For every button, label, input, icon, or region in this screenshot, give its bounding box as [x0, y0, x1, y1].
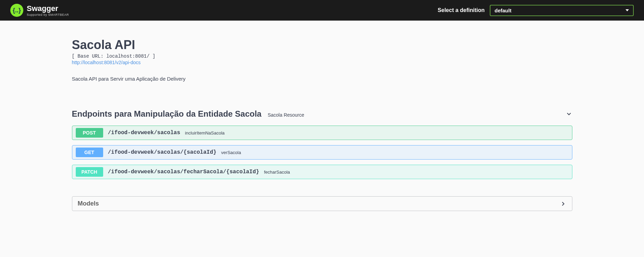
chevron-right-icon	[560, 200, 567, 207]
models-header[interactable]: Models	[72, 197, 572, 211]
topbar: {..} Swagger Supported by SMARTBEAR Sele…	[0, 0, 644, 21]
method-badge: GET	[76, 148, 103, 157]
topbar-right: Select a definition default	[438, 5, 634, 16]
logo-subtext: Supported by SMARTBEAR	[27, 13, 69, 16]
operation-patch[interactable]: PATCH /ifood-devweek/sacolas/fecharSacol…	[72, 165, 572, 179]
tag-name: Endpoints para Manipulação da Entidade S…	[72, 109, 262, 119]
operations-list: POST /ifood-devweek/sacolas incluirItemN…	[72, 126, 572, 179]
chevron-down-icon	[566, 110, 572, 117]
method-badge: POST	[76, 128, 103, 138]
api-description: Sacola API para Servir uma Aplicação de …	[72, 76, 572, 82]
logo[interactable]: {..} Swagger Supported by SMARTBEAR	[10, 4, 69, 17]
operation-post[interactable]: POST /ifood-devweek/sacolas incluirItemN…	[72, 126, 572, 140]
tag-description: Sacola Resource	[268, 112, 304, 118]
operation-get[interactable]: GET /ifood-devweek/sacolas/{sacolaId} ve…	[72, 145, 572, 160]
operation-path: /ifood-devweek/sacolas/{sacolaId}	[108, 149, 217, 155]
logo-text: Swagger	[27, 4, 58, 13]
operation-summary: fecharSacola	[264, 170, 290, 175]
definition-select-label: Select a definition	[438, 7, 485, 13]
api-title: Sacola API	[72, 38, 572, 52]
operation-summary: incluirItemNaSacola	[185, 130, 225, 136]
swagger-icon: {..}	[10, 4, 23, 17]
method-badge: PATCH	[76, 167, 103, 177]
definition-select[interactable]: default	[490, 5, 634, 16]
models-section: Models	[72, 196, 572, 211]
operation-summary: verSacola	[221, 150, 241, 155]
operation-path: /ifood-devweek/sacolas/fecharSacola/{sac…	[108, 169, 259, 175]
base-url: [ Base URL: localhost:8081/ ]	[72, 54, 572, 59]
operation-path: /ifood-devweek/sacolas	[108, 130, 180, 136]
models-title: Models	[78, 200, 99, 207]
main-container: Sacola API [ Base URL: localhost:8081/ ]…	[72, 21, 572, 221]
api-docs-link[interactable]: http://localhost:8081/v2/api-docs	[72, 60, 141, 65]
tag-header[interactable]: Endpoints para Manipulação da Entidade S…	[72, 106, 572, 122]
tag-section: Endpoints para Manipulação da Entidade S…	[72, 106, 572, 179]
